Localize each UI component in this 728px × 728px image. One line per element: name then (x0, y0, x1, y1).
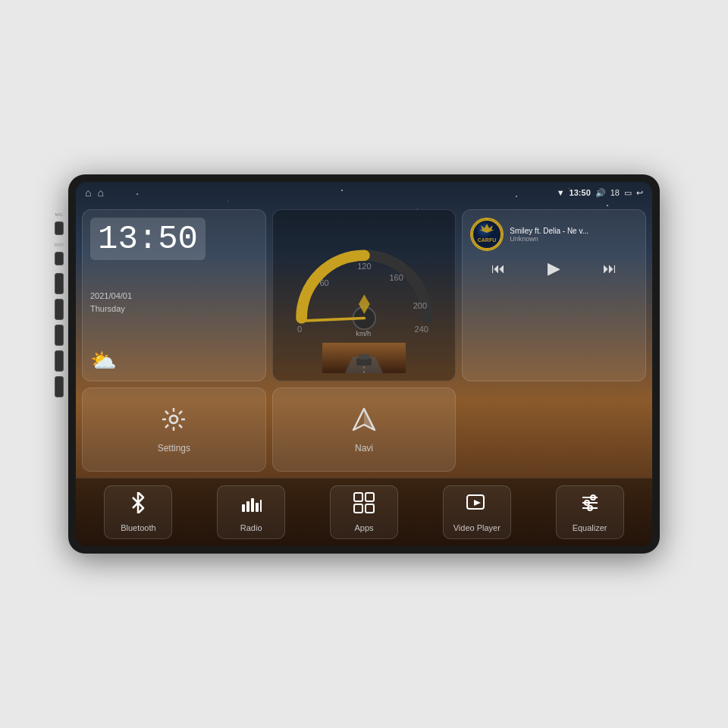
road-scene (322, 343, 406, 373)
power-button[interactable] (55, 273, 64, 294)
home-side-button[interactable] (55, 299, 64, 320)
video-icon (466, 492, 488, 519)
volume-level: 18 (610, 188, 620, 197)
svg-rect-36 (366, 493, 374, 501)
equalizer-button[interactable]: Equalizer (556, 485, 624, 539)
svg-rect-14 (359, 354, 369, 359)
nav-status-icon[interactable]: ⌂ (97, 187, 103, 199)
svg-rect-30 (242, 504, 245, 512)
video-label: Video Player (453, 523, 500, 532)
radio-icon (240, 492, 262, 519)
svg-text:km/h: km/h (356, 330, 371, 337)
svg-text:200: 200 (413, 301, 426, 310)
bluetooth-button[interactable]: Bluetooth (104, 485, 172, 539)
vol-up-button[interactable] (55, 350, 64, 372)
music-artist: Unknown (510, 235, 638, 243)
settings-card[interactable]: Settings (82, 388, 266, 472)
svg-rect-33 (256, 503, 259, 512)
prev-button[interactable]: ⏮ (491, 261, 505, 277)
volume-icon: 🔊 (595, 188, 606, 198)
svg-rect-37 (354, 504, 362, 513)
speedometer-svg: 0 60 120 160 200 240 km/h (281, 218, 448, 349)
navi-icon (350, 406, 378, 438)
svg-rect-31 (246, 501, 249, 512)
apps-icon (353, 492, 375, 519)
bottom-toolbar: Bluetooth Radio (76, 478, 652, 546)
equalizer-label: Equalizer (573, 523, 607, 532)
rst-button[interactable] (55, 252, 64, 265)
screen: ⌂ ⌂ ▼ 13:50 🔊 18 ▭ ↩ 13:50 2021/04/01 Th… (76, 182, 652, 546)
play-button[interactable]: ▶ (548, 259, 560, 278)
weather-icon: ⛅ (90, 348, 117, 373)
svg-marker-29 (364, 409, 375, 430)
music-card: CARFU Smiley ft. Delia - Ne v... Unknown… (462, 209, 646, 381)
music-controls: ⏮ ▶ ⏭ (470, 256, 638, 281)
svg-text:120: 120 (357, 262, 371, 271)
svg-line-26 (165, 425, 168, 428)
navi-card[interactable]: Navi (272, 388, 457, 472)
video-button[interactable]: Video Player (443, 485, 511, 539)
settings-label: Settings (158, 443, 190, 453)
wifi-icon: ▼ (557, 188, 565, 197)
svg-text:60: 60 (319, 278, 328, 287)
svg-line-25 (179, 411, 182, 414)
svg-rect-32 (251, 498, 254, 512)
window-icon: ▭ (624, 188, 632, 198)
svg-text:CARFU: CARFU (478, 237, 497, 243)
home-icon[interactable]: ⌂ (85, 187, 91, 199)
apps-label: Apps (354, 523, 373, 532)
svg-rect-35 (354, 493, 362, 501)
svg-text:160: 160 (389, 273, 403, 282)
svg-rect-34 (260, 500, 262, 512)
svg-text:0: 0 (297, 325, 302, 334)
svg-text:240: 240 (414, 325, 428, 334)
svg-marker-40 (474, 500, 481, 506)
rst-label: RST (55, 243, 64, 247)
bluetooth-icon (127, 492, 149, 519)
settings-icon (160, 406, 187, 438)
navi-label: Navi (355, 443, 373, 453)
music-text: Smiley ft. Delia - Ne v... Unknown (510, 227, 638, 243)
status-bar: ⌂ ⌂ ▼ 13:50 🔊 18 ▭ ↩ (76, 182, 652, 203)
speedometer-card: 0 60 120 160 200 240 km/h (272, 209, 457, 381)
next-button[interactable]: ⏭ (603, 261, 617, 277)
clock-card: 13:50 2021/04/01 Thursday ⛅ (82, 209, 266, 381)
clock-date: 2021/04/01 Thursday (90, 290, 132, 316)
music-info: CARFU Smiley ft. Delia - Ne v... Unknown (470, 218, 638, 251)
music-title: Smiley ft. Delia - Ne v... (510, 227, 638, 235)
radio-button[interactable]: Radio (217, 485, 285, 539)
bluetooth-label: Bluetooth (121, 523, 155, 532)
clock-display: 13:50 (90, 218, 206, 260)
side-buttons: MIC RST (55, 212, 64, 397)
music-logo: CARFU (470, 218, 504, 251)
status-time: 13:50 (570, 188, 591, 197)
mic-button[interactable] (55, 221, 64, 235)
vol-down-button[interactable] (55, 376, 64, 397)
road-svg (322, 343, 406, 373)
back-icon[interactable]: ↩ (636, 188, 643, 198)
return-button[interactable] (55, 325, 64, 346)
mic-label: MIC (55, 212, 64, 217)
status-right: ▼ 13:50 🔊 18 ▭ ↩ (557, 188, 643, 198)
equalizer-icon (579, 492, 601, 519)
apps-button[interactable]: Apps (330, 485, 398, 539)
svg-line-24 (179, 425, 182, 428)
status-left-icons: ⌂ ⌂ (85, 187, 104, 199)
svg-line-23 (165, 411, 168, 414)
svg-point-27 (170, 416, 177, 423)
car-unit-device: MIC RST ⌂ ⌂ ▼ 13:50 (68, 174, 660, 554)
svg-rect-38 (366, 504, 374, 513)
radio-label: Radio (240, 523, 262, 532)
main-content: 13:50 2021/04/01 Thursday ⛅ (76, 203, 652, 478)
